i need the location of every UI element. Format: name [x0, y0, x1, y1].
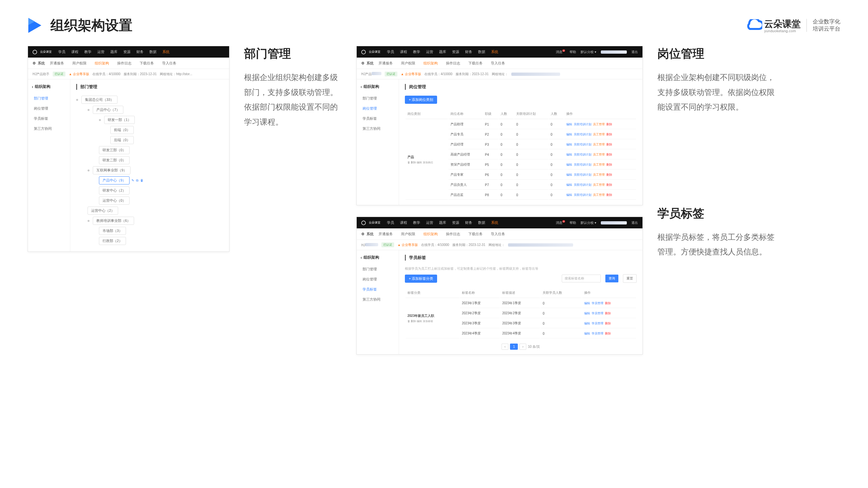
sub-nav-item[interactable]: 导入任务	[491, 61, 505, 66]
sub-nav-item[interactable]: 导入任务	[162, 61, 177, 66]
pager-next[interactable]: ›	[520, 344, 526, 350]
sidebar-item[interactable]: 第三方协同	[28, 124, 70, 134]
top-nav-item[interactable]: 系统	[162, 50, 169, 54]
sub-nav-item[interactable]: 用户权限	[401, 61, 415, 66]
top-nav-item[interactable]: 财务	[465, 50, 472, 54]
search-button[interactable]: 查询	[606, 274, 618, 282]
add-job-category-button[interactable]: + 添加岗位类别	[405, 96, 437, 104]
sub-nav-item[interactable]: 下载任务	[468, 61, 483, 66]
tag-table: 标签分类标签名称标签描述关联学员人数操作 2023年新员工入职🗑 删除 编辑 添…	[405, 287, 637, 339]
top-nav-item[interactable]: 资源	[123, 50, 130, 54]
table-row: 产品🗑 删除 编辑 添加岗位产品助理P1000编辑关联培训计划员工管理删除	[405, 120, 636, 129]
top-nav-item[interactable]: 题库	[439, 220, 446, 225]
sub-nav-item[interactable]: 操作日志	[446, 232, 460, 236]
sidebar-item[interactable]: 学员标签	[357, 113, 399, 124]
sidebar-item[interactable]: 部门管理	[28, 93, 70, 103]
tree-node[interactable]: 研发中心（2）	[99, 187, 129, 195]
screenshot-dept: 云朵课堂 学员课程教学运营题库资源财务数据系统 ⚙ 系统 开通服务用户权限组织架…	[28, 46, 229, 252]
tree-node[interactable]: 产品中心（7）	[93, 106, 123, 114]
slide-header: 组织架构设置 云朵课堂 yunduoketang.com 企业数字化 培训云平台	[28, 16, 840, 34]
tree-node[interactable]: 互联网事业部（9）	[93, 166, 130, 174]
sub-nav-item[interactable]: 组织架构	[95, 61, 109, 66]
section-tag-desc: 学员标签 根据学员标签，将员工分多类标签管理。方便快捷查找人员信息。	[657, 206, 775, 259]
tree-node[interactable]: 行政部（2）	[99, 237, 126, 245]
sub-nav-item[interactable]: 下载任务	[140, 61, 154, 66]
top-nav-item[interactable]: 学员	[58, 50, 65, 54]
sub-nav-item[interactable]: 组织架构	[424, 61, 438, 66]
tree-node[interactable]: 运营中心（0）	[99, 196, 129, 205]
gear-icon: ⚙	[33, 61, 36, 65]
tree-node[interactable]: 集团总公司（33）	[81, 96, 118, 104]
tree-node[interactable]: 前端（0）	[110, 126, 134, 134]
search-input[interactable]: 搜索标签名称	[562, 274, 601, 282]
top-nav-item[interactable]: 教学	[413, 50, 420, 54]
sidebar-item[interactable]: 岗位管理	[357, 103, 399, 113]
sub-nav-item[interactable]: 下载任务	[468, 232, 483, 236]
top-nav-item[interactable]: 资源	[452, 50, 459, 54]
sidebar-item[interactable]: 岗位管理	[28, 103, 70, 113]
top-nav-item[interactable]: 课程	[71, 50, 79, 54]
brand-tagline: 企业数字化 培训云平台	[813, 18, 840, 33]
page-title: 组织架构设置	[51, 16, 132, 34]
top-nav-item[interactable]: 教学	[84, 50, 91, 54]
sidebar-item[interactable]: 学员标签	[28, 113, 70, 124]
table-row: 2023年新员工入职🗑 删除 编辑 添加标签2023年1季度2023年1季度0编…	[405, 299, 636, 308]
top-nav-item[interactable]: 数据	[478, 220, 485, 225]
tree-node[interactable]: 市场部（3）	[99, 227, 126, 235]
screenshot-tag: 云朵课堂 学员课程教学运营题库资源财务数据系统 消息•帮助默认分校 ▾退出 ⚙系…	[356, 217, 643, 355]
top-nav-item[interactable]: 财务	[465, 220, 472, 225]
sidebar-item[interactable]: 第三方协同	[357, 294, 399, 304]
pager-prev[interactable]: ‹	[501, 344, 508, 350]
tree-node[interactable]: 运营中心（2）	[88, 206, 118, 215]
sub-nav-item[interactable]: 组织架构	[424, 232, 438, 236]
top-nav-item[interactable]: 题库	[439, 50, 446, 54]
add-tag-category-button[interactable]: + 添加标签分类	[405, 274, 437, 283]
sidebar: ‹组织架构 部门管理岗位管理学员标签第三方协同	[28, 79, 70, 252]
top-nav-item[interactable]: 系统	[491, 220, 498, 225]
sub-nav-item[interactable]: 操作日志	[117, 61, 131, 66]
sub-nav-item[interactable]: 用户权限	[401, 232, 415, 236]
sidebar-item[interactable]: 岗位管理	[357, 274, 399, 284]
sidebar-item[interactable]: 第三方协同	[357, 124, 399, 134]
tree-node-selected[interactable]: 产品中心（9）	[99, 176, 129, 185]
top-nav-item[interactable]: 运营	[426, 50, 433, 54]
sub-nav-item[interactable]: 开通服务	[378, 61, 393, 66]
top-nav-item[interactable]: 题库	[110, 50, 118, 54]
sub-nav-item[interactable]: 用户权限	[72, 61, 87, 66]
top-nav-item[interactable]: 数据	[478, 50, 485, 54]
sub-nav-item[interactable]: 开通服务	[50, 61, 64, 66]
section-job-desc: 岗位管理 根据企业架构创建不同职级岗位，支持多级联动管理。依据岗位权限能设置不同…	[657, 46, 775, 115]
tree-node[interactable]: 研发二部（0）	[99, 156, 129, 164]
tree-node[interactable]: 后端（0）	[110, 136, 134, 144]
top-nav-item[interactable]: 学员	[387, 50, 394, 54]
top-nav-item[interactable]: 财务	[136, 50, 144, 54]
top-nav-item[interactable]: 课程	[400, 50, 407, 54]
sub-nav-item[interactable]: 开通服务	[378, 232, 393, 236]
copy-icon[interactable]: ⧉	[136, 178, 138, 183]
delete-icon[interactable]: 🗑	[140, 178, 144, 182]
cloud-icon	[746, 19, 762, 32]
top-nav-item[interactable]: 运营	[426, 220, 433, 225]
top-nav-item[interactable]: 资源	[452, 220, 459, 225]
brand-domain: yunduoketang.com	[764, 29, 801, 33]
top-nav-item[interactable]: 系统	[491, 50, 498, 54]
top-nav-item[interactable]: 学员	[387, 220, 394, 225]
edit-icon[interactable]: ✎	[131, 178, 134, 182]
top-nav-item[interactable]: 教学	[413, 220, 420, 225]
sub-nav-item[interactable]: 导入任务	[491, 232, 505, 236]
tree-node[interactable]: 研发三部（0）	[99, 146, 129, 154]
sub-nav: ⚙ 系统 开通服务用户权限组织架构操作日志下载任务导入任务	[28, 58, 229, 69]
sub-nav-item[interactable]: 操作日志	[446, 61, 460, 66]
sidebar-item[interactable]: 学员标签	[357, 284, 399, 294]
tree-node[interactable]: 教师培训事业部（6）	[93, 217, 134, 225]
tree-node[interactable]: 研发一部（1）	[104, 116, 135, 124]
top-nav-item[interactable]: 课程	[400, 220, 407, 225]
sidebar-item[interactable]: 部门管理	[357, 93, 399, 103]
reset-button[interactable]: 重置	[623, 274, 637, 283]
brand-name: 云朵课堂	[764, 18, 801, 30]
pager-page-1[interactable]: 1	[510, 344, 518, 350]
top-nav-item[interactable]: 数据	[149, 50, 157, 54]
top-nav-item[interactable]: 运营	[97, 50, 104, 54]
brand-block: 云朵课堂 yunduoketang.com 企业数字化 培训云平台	[746, 18, 840, 33]
sidebar-item[interactable]: 部门管理	[357, 264, 399, 274]
